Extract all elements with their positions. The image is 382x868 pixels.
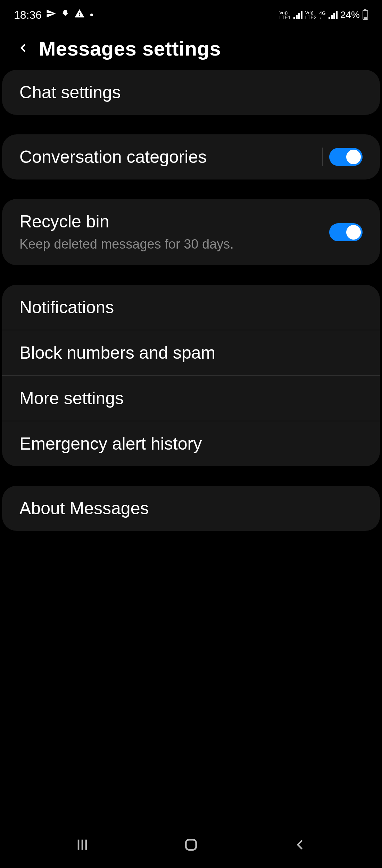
- recycle-bin-toggle[interactable]: [329, 223, 363, 241]
- home-button[interactable]: [183, 837, 199, 854]
- recycle-bin-subtitle: Keep deleted messages for 30 days.: [19, 236, 263, 253]
- back-button[interactable]: [17, 42, 29, 56]
- card-chat-settings: Chat settings: [2, 70, 380, 115]
- card-conversation-categories: Conversation categories: [2, 134, 380, 180]
- row-emergency-alert[interactable]: Emergency alert history: [2, 421, 380, 466]
- nav-back-button[interactable]: [292, 837, 307, 854]
- row-recycle-bin[interactable]: Recycle bin Keep deleted messages for 30…: [2, 199, 380, 265]
- block-numbers-label: Block numbers and spam: [19, 343, 363, 363]
- card-about: About Messages: [2, 486, 380, 531]
- lte2-label: Vo)) LTE2: [305, 10, 316, 20]
- row-about-messages[interactable]: About Messages: [2, 486, 380, 531]
- conversation-categories-label: Conversation categories: [19, 147, 322, 167]
- page-title: Messages settings: [39, 37, 221, 60]
- emergency-alert-label: Emergency alert history: [19, 434, 363, 454]
- chat-settings-label: Chat settings: [19, 82, 363, 102]
- row-chat-settings[interactable]: Chat settings: [2, 70, 380, 115]
- signal-1-icon: [293, 11, 302, 19]
- svg-rect-3: [186, 840, 196, 850]
- status-bar: 18:36 Vo)) LTE1 Vo)) LTE2 4G ↓↑ 24%: [0, 0, 382, 26]
- about-messages-label: About Messages: [19, 498, 363, 518]
- battery-percent: 24%: [340, 9, 360, 20]
- recycle-bin-label: Recycle bin: [19, 211, 329, 232]
- card-recycle-bin: Recycle bin Keep deleted messages for 30…: [2, 199, 380, 265]
- warning-icon: [74, 8, 85, 22]
- card-group: Notifications Block numbers and spam Mor…: [2, 285, 380, 466]
- divider: [322, 148, 323, 166]
- battery-icon: [363, 10, 368, 20]
- header: Messages settings: [0, 26, 382, 70]
- download-icon: [60, 9, 70, 22]
- row-notifications[interactable]: Notifications: [2, 285, 380, 330]
- status-time: 18:36: [14, 9, 42, 22]
- recents-button[interactable]: [75, 837, 90, 854]
- lte1-label: Vo)) LTE1: [279, 10, 290, 20]
- settings-content: Chat settings Conversation categories Re…: [0, 70, 382, 531]
- more-settings-label: More settings: [19, 388, 363, 408]
- row-more-settings[interactable]: More settings: [2, 375, 380, 421]
- network-label: 4G ↓↑: [319, 11, 326, 19]
- signal-2-icon: [329, 11, 338, 19]
- status-left: 18:36: [14, 8, 93, 22]
- status-right: Vo)) LTE1 Vo)) LTE2 4G ↓↑ 24%: [279, 9, 368, 20]
- row-block-numbers[interactable]: Block numbers and spam: [2, 330, 380, 375]
- send-icon: [46, 8, 56, 22]
- conversation-categories-toggle[interactable]: [329, 148, 363, 166]
- row-conversation-categories[interactable]: Conversation categories: [2, 134, 380, 180]
- nav-bar: [0, 823, 382, 868]
- notifications-label: Notifications: [19, 297, 363, 317]
- more-indicator-icon: [90, 14, 93, 16]
